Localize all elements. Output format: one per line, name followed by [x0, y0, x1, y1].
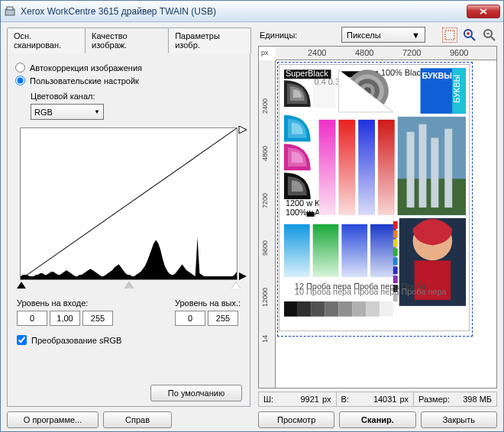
close-button[interactable]: Закрыть: [421, 411, 497, 428]
output-low-field[interactable]: 0: [175, 311, 205, 326]
srgb-label: Преобразование sRGB: [31, 336, 121, 345]
ruler-h-tick: 9600: [450, 48, 468, 57]
color-channel-value: RGB: [34, 108, 53, 117]
width-value: 9921: [300, 395, 318, 404]
ruler-v-tick: 4800: [261, 146, 269, 161]
radio-custom-settings[interactable]: Пользовательские настройк: [15, 76, 242, 85]
srgb-checkbox[interactable]: [17, 335, 27, 345]
window-title: Xerox WorkCentre 3615 драйвер TWAIN (USB…: [21, 6, 467, 17]
zoom-in-button[interactable]: [462, 27, 477, 43]
radio-auto-input[interactable]: [15, 63, 25, 73]
input-gamma-slider[interactable]: [124, 282, 134, 289]
tab-image-params[interactable]: Параметры изобр.: [168, 27, 251, 53]
svg-line-2: [21, 128, 237, 279]
units-select[interactable]: Пикселы ▼: [341, 27, 425, 43]
size-value: 398 МБ: [463, 395, 492, 404]
right-bottom-row: Просмотр Сканир. Закрыть: [258, 411, 497, 428]
svg-line-11: [491, 37, 495, 40]
right-pane: Единицы: Пикселы ▼ px: [255, 22, 503, 431]
defaults-button[interactable]: По умолчанию: [150, 385, 242, 401]
srgb-checkbox-row[interactable]: Преобразование sRGB: [17, 335, 242, 345]
radio-auto-correction[interactable]: Автокоррекция изображения: [15, 63, 242, 73]
ruler-v-tick: 9600: [261, 240, 269, 256]
curve-canvas: [21, 128, 237, 279]
content: Осн. сканирован. Качество изображ. Парам…: [1, 22, 503, 431]
tab-basic-scan[interactable]: Осн. сканирован.: [7, 27, 86, 53]
preview-canvas[interactable]: SuperBlack 100% Black 0.4 0.3: [276, 60, 496, 388]
scan-button[interactable]: Сканир.: [339, 411, 415, 428]
radio-auto-label: Автокоррекция изображения: [30, 63, 142, 73]
input-levels-label: Уровень на входе:: [17, 298, 113, 308]
status-size: Размер: 398 МБ: [414, 392, 497, 407]
chevron-down-icon: ▼: [412, 31, 420, 40]
about-button[interactable]: О программе...: [7, 411, 99, 428]
svg-rect-1: [7, 7, 13, 10]
close-window-button[interactable]: [467, 5, 500, 18]
preview-button[interactable]: Просмотр: [258, 411, 334, 428]
output-levels-label: Уровень на вых.:: [175, 298, 241, 308]
app-icon: [4, 5, 16, 18]
ruler-vertical: 2400 4800 7200 9600 12000 14: [259, 60, 276, 388]
input-high-field[interactable]: 255: [82, 311, 113, 326]
ruler-v-tick: 12000: [261, 288, 269, 307]
ruler-horizontal: 2400 4800 7200 9600: [276, 47, 496, 60]
output-high-marker[interactable]: [237, 126, 247, 135]
output-low-marker[interactable]: [237, 272, 247, 282]
help-button[interactable]: Справ: [103, 411, 172, 428]
output-high-field[interactable]: 255: [208, 311, 238, 326]
tone-curve[interactable]: [20, 127, 237, 280]
left-bottom-row: О программе... Справ: [7, 411, 250, 428]
units-row: Единицы: Пикселы ▼: [258, 27, 497, 43]
color-channel-select[interactable]: RGB ▼: [31, 104, 104, 120]
height-value: 14031: [373, 395, 397, 404]
input-sliders: [20, 282, 237, 291]
zoom-out-button[interactable]: [482, 27, 497, 43]
input-levels-group: Уровень на входе: 0 1,00 255: [17, 298, 113, 326]
ruler-h-tick: 4800: [355, 48, 373, 57]
color-channel-label: Цветовой канал:: [31, 92, 242, 101]
output-levels-group: Уровень на вых.: 0 255: [175, 298, 241, 326]
input-black-slider[interactable]: [17, 282, 26, 289]
ruler-h-tick: 2400: [308, 48, 326, 57]
height-unit: px: [399, 395, 409, 404]
svg-marker-3: [239, 126, 247, 134]
ruler-v-tick: 2400: [261, 98, 269, 114]
tab-body: Автокоррекция изображения Пользовательск…: [7, 53, 250, 407]
units-value: Пикселы: [347, 31, 381, 40]
height-label: В:: [341, 395, 349, 404]
titlebar: Xerox WorkCentre 3615 драйвер TWAIN (USB…: [1, 1, 503, 22]
radio-custom-label: Пользовательские настройк: [30, 76, 139, 85]
svg-rect-5: [445, 31, 454, 40]
status-width: Ш: 9921 px: [258, 392, 337, 407]
preview-area[interactable]: px 2400 4800 7200 9600 2400 4800 7200 96…: [258, 46, 497, 388]
marquee-tool-button[interactable]: [442, 27, 457, 43]
ruler-v-tick: 14: [261, 335, 269, 343]
size-label: Размер:: [418, 395, 450, 404]
svg-marker-4: [239, 272, 247, 280]
left-pane: Осн. сканирован. Качество изображ. Парам…: [1, 22, 255, 431]
tab-image-quality[interactable]: Качество изображ.: [85, 27, 169, 53]
ruler-unit-label: px: [261, 49, 269, 56]
width-label: Ш:: [263, 395, 273, 404]
radio-custom-input[interactable]: [15, 76, 25, 85]
input-low-field[interactable]: 0: [17, 311, 47, 326]
svg-line-7: [471, 37, 475, 40]
status-row: Ш: 9921 px В: 14031 px Размер: 398 МБ: [258, 392, 497, 407]
width-unit: px: [322, 395, 331, 404]
input-white-slider[interactable]: [231, 282, 241, 289]
levels-row: Уровень на входе: 0 1,00 255 Уровень на …: [17, 298, 241, 326]
status-height: В: 14031 px: [337, 392, 415, 407]
app-window: Xerox WorkCentre 3615 драйвер TWAIN (USB…: [0, 0, 504, 432]
tabstrip: Осн. сканирован. Качество изображ. Парам…: [7, 27, 250, 53]
input-gamma-field[interactable]: 1,00: [50, 311, 80, 326]
ruler-h-tick: 7200: [402, 48, 421, 57]
ruler-v-tick: 7200: [261, 193, 269, 208]
units-label: Единицы:: [260, 31, 297, 40]
selection-marquee[interactable]: [277, 62, 473, 337]
chevron-down-icon: ▼: [94, 108, 100, 115]
